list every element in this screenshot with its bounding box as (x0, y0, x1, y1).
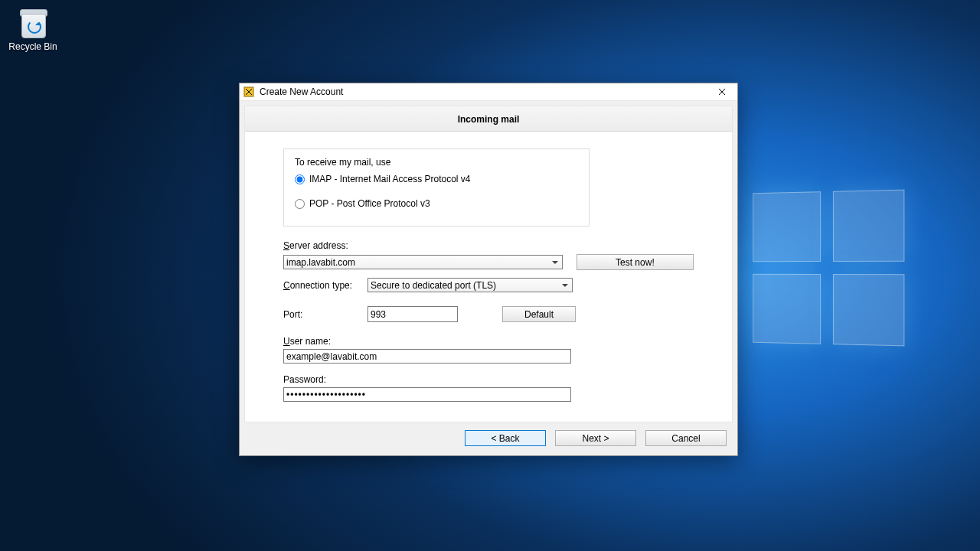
close-icon (718, 88, 726, 96)
wizard-footer: < Back Next > Cancel (244, 422, 733, 449)
next-button[interactable]: Next > (555, 430, 636, 446)
password-label: Password: (283, 374, 694, 385)
test-now-button[interactable]: Test now! (577, 254, 694, 270)
protocol-radio-imap[interactable]: IMAP - Internet Mail Access Protocol v4 (295, 174, 578, 184)
server-address-label: Server address: (283, 240, 694, 251)
protocol-legend: To receive my mail, use (295, 157, 578, 168)
port-label: Port: (283, 309, 368, 320)
server-address-input[interactable] (283, 255, 563, 269)
windows-logo (753, 190, 904, 347)
cancel-button[interactable]: Cancel (645, 430, 727, 446)
port-input[interactable] (368, 306, 458, 322)
wizard-step-title: Incoming mail (245, 106, 732, 132)
protocol-radio-imap-label: IMAP - Internet Mail Access Protocol v4 (309, 174, 471, 184)
create-account-window: Create New Account Incoming mail To rece… (239, 83, 738, 456)
protocol-radio-imap-input[interactable] (295, 174, 305, 184)
connection-type-select[interactable]: Secure to dedicated port (TLS) (368, 278, 573, 292)
connection-type-label: Connection type: (283, 280, 368, 291)
protocol-radio-pop[interactable]: POP - Post Office Protocol v3 (295, 198, 578, 209)
recycle-bin[interactable]: Recycle Bin (6, 6, 60, 52)
recycle-bin-label: Recycle Bin (6, 41, 60, 52)
username-label: User name: (283, 336, 694, 347)
password-input[interactable] (283, 387, 571, 402)
port-default-button[interactable]: Default (502, 306, 576, 322)
recycle-bin-icon (17, 6, 49, 38)
protocol-radio-pop-input[interactable] (295, 199, 305, 209)
app-icon (243, 86, 255, 98)
back-button[interactable]: < Back (465, 430, 546, 446)
titlebar[interactable]: Create New Account (240, 83, 737, 101)
window-title: Create New Account (260, 86, 707, 97)
desktop: Recycle Bin Create New Account Incoming … (0, 0, 980, 551)
username-input[interactable] (283, 349, 571, 364)
protocol-radio-pop-label: POP - Post Office Protocol v3 (309, 198, 430, 209)
close-button[interactable] (707, 83, 737, 100)
protocol-fieldset: To receive my mail, use IMAP - Internet … (283, 148, 590, 227)
